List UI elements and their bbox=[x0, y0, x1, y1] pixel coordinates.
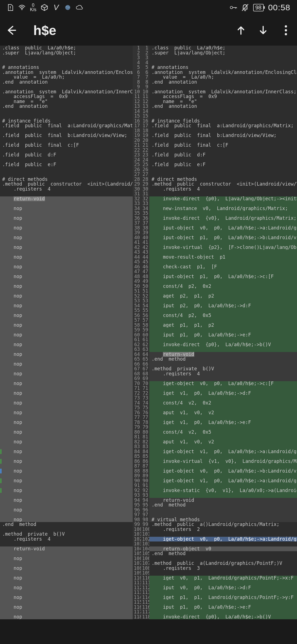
right-code-line[interactable] bbox=[149, 84, 297, 89]
right-code-line[interactable]: .field public final a:Landroid/graphics/… bbox=[149, 123, 297, 128]
left-code-line[interactable]: nop bbox=[0, 206, 133, 211]
right-code-line[interactable]: .end method bbox=[149, 551, 297, 556]
right-code-line[interactable]: invoke-direct {p0}, Ljava/lang/Object;->… bbox=[149, 196, 297, 201]
left-code-line[interactable]: nop bbox=[0, 459, 133, 464]
right-code-line[interactable]: .method public constructor <init>(Landro… bbox=[149, 182, 297, 187]
overflow-menu-button[interactable] bbox=[280, 25, 291, 35]
left-code-line[interactable] bbox=[0, 366, 133, 371]
right-code-line[interactable]: invoke-virtual {v1, v0}, Landroid/graphi… bbox=[149, 459, 297, 464]
left-code-line[interactable] bbox=[0, 298, 133, 303]
left-code-line[interactable]: nop bbox=[0, 595, 133, 600]
right-code-line[interactable] bbox=[149, 318, 297, 323]
right-code-line[interactable] bbox=[149, 167, 297, 172]
left-code-line[interactable]: nop bbox=[0, 615, 133, 620]
right-code-line[interactable]: invoke-static {v0, v1}, La/a0/x0;->a(Lan… bbox=[149, 488, 297, 493]
left-code-line[interactable]: nop bbox=[0, 566, 133, 571]
right-code-line[interactable] bbox=[149, 259, 297, 264]
left-code-line[interactable]: nop bbox=[0, 517, 133, 522]
right-code-line[interactable] bbox=[149, 483, 297, 488]
left-code-line[interactable] bbox=[0, 347, 133, 352]
right-code-line[interactable]: .registers 2 bbox=[149, 527, 297, 532]
right-code-line[interactable]: # instance fields bbox=[149, 119, 297, 124]
left-code-line[interactable] bbox=[0, 357, 133, 362]
left-code-line[interactable]: nop bbox=[0, 245, 133, 250]
right-code-line[interactable]: .class public La/a0/h$e; bbox=[149, 46, 297, 51]
right-code-line[interactable]: value = La/a0/h; bbox=[149, 75, 297, 80]
right-code-line[interactable]: const/4 p2, 0x5 bbox=[149, 313, 297, 318]
left-code-line[interactable]: nop bbox=[0, 371, 133, 376]
right-code-line[interactable] bbox=[149, 240, 297, 245]
left-code-line[interactable]: nop bbox=[0, 216, 133, 221]
left-code-line[interactable]: nop bbox=[0, 449, 133, 454]
left-code-line[interactable]: nop bbox=[0, 294, 133, 299]
left-code-line[interactable] bbox=[0, 250, 133, 255]
right-code-line[interactable]: check-cast p1, [F bbox=[149, 264, 297, 269]
left-code-line[interactable]: nop bbox=[0, 264, 133, 269]
right-code-line[interactable] bbox=[149, 308, 297, 313]
right-code-line[interactable]: new-instance v0, Landroid/graphics/Matri… bbox=[149, 206, 297, 211]
right-code-line[interactable]: invoke-virtual {p2}, [F->clone()Ljava/la… bbox=[149, 245, 297, 250]
right-code-line[interactable]: const/4 v2, 0x2 bbox=[149, 401, 297, 406]
right-code-line[interactable]: iget v1, p0, La/a0/h$e;->d:F bbox=[149, 391, 297, 396]
right-code-line[interactable]: name = "e" bbox=[149, 99, 297, 104]
right-code-line[interactable]: iget-object v0, p0, La/a0/h$e;->c:[F bbox=[149, 381, 297, 386]
right-code-line[interactable]: .registers 4 bbox=[149, 371, 297, 376]
right-code-line[interactable]: .end method bbox=[149, 503, 297, 508]
left-code-line[interactable] bbox=[0, 444, 133, 449]
right-code-line[interactable]: .registers 3 bbox=[149, 566, 297, 571]
right-code-line[interactable] bbox=[149, 590, 297, 595]
prev-diff-button[interactable] bbox=[236, 25, 253, 35]
right-code-line[interactable] bbox=[149, 610, 297, 615]
left-code-line[interactable] bbox=[0, 201, 133, 206]
right-code-line[interactable]: # annotations bbox=[149, 65, 297, 70]
right-code-line[interactable]: iput-object v0, p0, La/a0/h$e;->a:Landro… bbox=[149, 226, 297, 231]
right-code-line[interactable]: .annotation system Ldalvik/annotation/In… bbox=[149, 89, 297, 94]
right-code-line[interactable] bbox=[149, 386, 297, 391]
right-code-line[interactable] bbox=[149, 221, 297, 226]
right-code-line[interactable]: iget-object v1, p0, La/a0/h$e;->a:Landro… bbox=[149, 478, 297, 483]
right-code-line[interactable] bbox=[149, 211, 297, 216]
left-code-line[interactable]: return-void bbox=[0, 546, 133, 551]
right-code-line[interactable]: .end method bbox=[149, 357, 297, 362]
left-code-line[interactable]: nop bbox=[0, 556, 133, 561]
left-code-line[interactable]: .annotation system Ldalvik/annotation/In… bbox=[0, 89, 133, 94]
right-code-line[interactable]: move-result-object p1 bbox=[149, 255, 297, 260]
right-code-line[interactable]: .field public final c:[F bbox=[149, 143, 297, 148]
left-code-line[interactable] bbox=[0, 435, 133, 440]
left-code-line[interactable]: nop bbox=[0, 333, 133, 338]
right-code-line[interactable]: iput-object p1, p0, La/a0/h$e;->c:[F bbox=[149, 274, 297, 279]
left-code-line[interactable] bbox=[0, 561, 133, 566]
left-code-line[interactable]: nop bbox=[0, 576, 133, 581]
right-code-line[interactable] bbox=[149, 201, 297, 206]
right-code-line[interactable] bbox=[149, 279, 297, 284]
left-code-line[interactable] bbox=[0, 512, 133, 517]
right-code-line[interactable]: const/4 p2, 0x2 bbox=[149, 284, 297, 289]
left-code-line[interactable]: nop bbox=[0, 284, 133, 289]
right-code-line[interactable] bbox=[149, 600, 297, 605]
left-code-line[interactable]: # direct methods bbox=[0, 177, 133, 182]
right-code-line[interactable]: .annotation system Ldalvik/annotation/En… bbox=[149, 70, 297, 75]
left-code-line[interactable]: .class public La/a0/h$e; bbox=[0, 46, 133, 51]
left-code-line[interactable] bbox=[0, 415, 133, 420]
right-code-line[interactable]: iput p2, p0, La/a0/h$e;->d:F bbox=[149, 303, 297, 308]
left-code-line[interactable]: .field public d:F bbox=[0, 153, 133, 158]
left-code-line[interactable]: .registers 4 bbox=[0, 187, 133, 192]
right-code-line[interactable]: aget p1, p1, p2 bbox=[149, 323, 297, 328]
left-code-line[interactable]: accessFlags = 0x9 bbox=[0, 94, 133, 99]
right-code-line[interactable] bbox=[149, 362, 297, 367]
left-code-line[interactable]: # annotations bbox=[0, 65, 133, 70]
right-code-line[interactable]: .method public a()Landroid/graphics/Matr… bbox=[149, 522, 297, 527]
right-code-line[interactable] bbox=[149, 541, 297, 546]
left-code-line[interactable]: nop bbox=[0, 478, 133, 483]
right-code-line[interactable]: aput v1, v0, v2 bbox=[149, 440, 297, 445]
left-code-line[interactable] bbox=[0, 158, 133, 163]
left-code-line[interactable]: nop bbox=[0, 352, 133, 357]
right-code-line[interactable]: .method private b()V bbox=[149, 366, 297, 371]
left-code-line[interactable] bbox=[0, 84, 133, 89]
left-code-line[interactable]: .registers 4 bbox=[0, 537, 133, 542]
right-code-line[interactable]: iget p1, p1, Landroid/graphics/PointF;->… bbox=[149, 595, 297, 600]
right-code-line[interactable]: aget p2, p1, p2 bbox=[149, 294, 297, 299]
left-code-line[interactable] bbox=[0, 230, 133, 235]
right-code-line[interactable]: return-object v0 bbox=[149, 546, 297, 551]
left-code-line[interactable] bbox=[0, 172, 133, 177]
